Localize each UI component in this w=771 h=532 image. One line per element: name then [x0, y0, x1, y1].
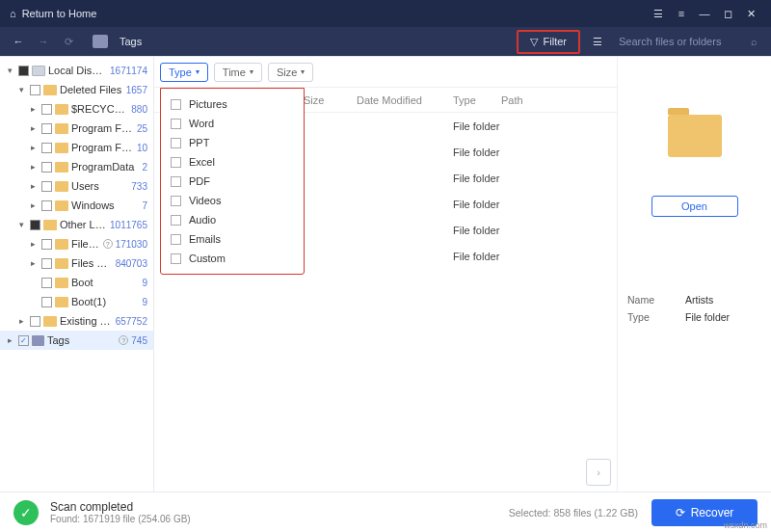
close-button[interactable]: ✕ [740, 4, 761, 23]
tree-label: Boot [71, 277, 139, 288]
tree-checkbox[interactable] [41, 123, 52, 134]
type-option-videos[interactable]: Videos [161, 191, 304, 210]
tree-checkbox[interactable] [41, 239, 52, 250]
type-option-checkbox[interactable] [171, 253, 181, 264]
type-option-custom[interactable]: Custom [161, 249, 304, 268]
type-option-pictures[interactable]: Pictures [161, 94, 304, 114]
filter-button[interactable]: ▽ Filter [518, 32, 578, 52]
status-success-icon: ✓ [13, 500, 39, 525]
tree-twisty[interactable]: ▾ [15, 219, 27, 230]
tree-item-files-lost-original-[interactable]: ▸Files Lost Original …840703 [0, 253, 153, 273]
status-subtitle: Found: 1671919 file (254.06 GB) [50, 514, 191, 524]
column-header-type[interactable]: Type [453, 94, 501, 106]
tree-item-local-disk-c-[interactable]: ▾Local Disk(C:)1671174 [0, 61, 153, 80]
tree-checkbox[interactable] [18, 335, 29, 346]
tree-checkbox[interactable] [30, 85, 40, 95]
help-icon[interactable]: ? [119, 335, 128, 345]
tree-twisty[interactable]: ▸ [27, 180, 39, 192]
tree-checkbox[interactable] [41, 162, 52, 173]
tree-twisty[interactable]: ▸ [27, 200, 39, 211]
tree-twisty[interactable]: ▾ [4, 65, 15, 76]
type-option-checkbox[interactable] [171, 119, 181, 129]
tree-count: 171030 [116, 239, 147, 250]
tree-twisty[interactable]: ▸ [27, 103, 39, 115]
breadcrumb[interactable]: Tags [120, 36, 142, 47]
tree-twisty[interactable]: ▸ [15, 315, 27, 327]
tree-twisty[interactable]: ▸ [27, 142, 39, 153]
tree-twisty[interactable]: ▸ [27, 257, 39, 269]
tree-twisty[interactable] [27, 277, 39, 288]
filter-button-highlight: ▽ Filter [517, 30, 580, 54]
open-button[interactable]: Open [651, 196, 738, 217]
tree-label: Files Lost Original … [71, 257, 113, 269]
tree-item-program-files[interactable]: ▸Program Files25 [0, 119, 153, 138]
home-icon: ⌂ [10, 8, 16, 19]
filter-pill-type[interactable]: Type▾ [160, 63, 208, 82]
tree-item-existing-files[interactable]: ▸Existing Files657752 [0, 311, 153, 331]
tree-twisty[interactable]: ▾ [15, 84, 27, 95]
view-toggle-button[interactable]: ☰ [586, 31, 609, 52]
folder-icon [55, 123, 68, 134]
tree-checkbox[interactable] [30, 316, 40, 327]
tree-count: 1011765 [110, 220, 147, 230]
type-option-checkbox[interactable] [171, 234, 181, 245]
tree-item-deleted-files[interactable]: ▾Deleted Files1657 [0, 80, 153, 99]
nav-forward-button[interactable]: → [35, 33, 52, 50]
tree-checkbox[interactable] [18, 66, 29, 76]
filter-pill-size[interactable]: Size▾ [268, 63, 313, 82]
filter-pill-time[interactable]: Time▾ [214, 63, 262, 82]
folder-icon [55, 239, 68, 250]
type-option-audio[interactable]: Audio [161, 210, 304, 229]
search-icon[interactable]: ⌕ [746, 34, 761, 49]
settings-icon[interactable]: ☰ [648, 4, 669, 23]
tree-twisty[interactable]: ▸ [27, 161, 39, 173]
minimize-button[interactable]: — [694, 4, 715, 23]
type-option-checkbox[interactable] [171, 138, 181, 148]
tree-item-windows[interactable]: ▸Windows7 [0, 196, 153, 215]
column-header-date[interactable]: Date Modified [357, 94, 453, 106]
tree-checkbox[interactable] [41, 200, 52, 211]
type-option-checkbox[interactable] [171, 215, 181, 226]
tree-item-users[interactable]: ▸Users733 [0, 176, 153, 196]
column-header-path[interactable]: Path [501, 94, 617, 106]
type-option-emails[interactable]: Emails [161, 229, 304, 249]
tree-checkbox[interactable] [30, 220, 40, 230]
tree-item-boot-1-[interactable]: Boot(1)9 [0, 292, 153, 311]
tree-twisty[interactable]: ▸ [27, 122, 39, 134]
tree-checkbox[interactable] [41, 297, 52, 307]
tree-checkbox[interactable] [41, 278, 52, 288]
type-option-word[interactable]: Word [161, 114, 304, 133]
tree-checkbox[interactable] [41, 258, 52, 269]
tree-item-other-lost-files[interactable]: ▾Other Lost Files1011765 [0, 215, 153, 234]
more-icon[interactable]: ≡ [671, 4, 692, 23]
type-option-checkbox[interactable] [171, 99, 181, 110]
tree-item--recycle-bin[interactable]: ▸$RECYCLE.BIN880 [0, 99, 153, 119]
column-header-size[interactable]: Size [304, 94, 357, 106]
tree-checkbox[interactable] [41, 181, 52, 192]
status-title: Scan completed [50, 500, 191, 514]
tree-checkbox[interactable] [41, 104, 52, 115]
tree-item-program-files-x86-[interactable]: ▸Program Files (x86)10 [0, 138, 153, 157]
nav-back-button[interactable]: ← [10, 33, 27, 50]
tree-item-files-lost-origi-[interactable]: ▸Files Lost Origi…?171030 [0, 234, 153, 253]
tree-label: Users [71, 180, 128, 192]
tree-twisty[interactable] [27, 296, 39, 307]
tree-item-tags[interactable]: ▸Tags?745 [0, 331, 153, 350]
search-input[interactable] [615, 32, 740, 51]
type-option-checkbox[interactable] [171, 176, 181, 187]
tree-item-programdata[interactable]: ▸ProgramData2 [0, 157, 153, 176]
nav-refresh-button[interactable]: ⟳ [60, 33, 77, 50]
type-option-ppt[interactable]: PPT [161, 133, 304, 152]
tree-checkbox[interactable] [41, 143, 52, 153]
type-option-checkbox[interactable] [171, 196, 181, 206]
maximize-button[interactable]: ◻ [717, 4, 738, 23]
tree-twisty[interactable]: ▸ [27, 238, 39, 250]
help-icon[interactable]: ? [103, 239, 113, 249]
tree-item-boot[interactable]: Boot9 [0, 273, 153, 292]
next-page-button[interactable]: › [586, 459, 611, 486]
type-option-checkbox[interactable] [171, 157, 181, 168]
tree-twisty[interactable]: ▸ [4, 334, 15, 346]
type-option-excel[interactable]: Excel [161, 152, 304, 172]
return-to-home-button[interactable]: ⌂ Return to Home [10, 8, 96, 19]
type-option-pdf[interactable]: PDF [161, 172, 304, 191]
